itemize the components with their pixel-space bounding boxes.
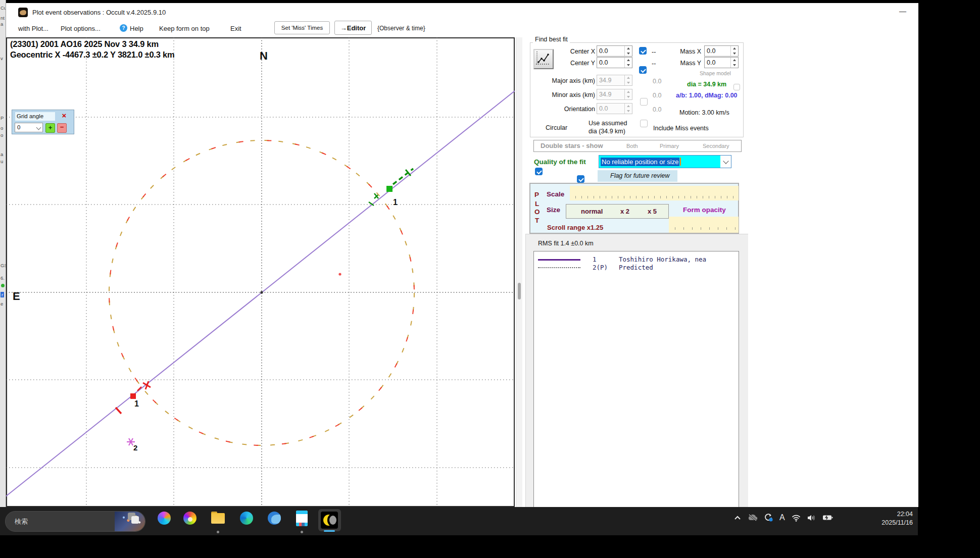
occult-app-button[interactable]	[318, 509, 341, 531]
text-cursor	[680, 158, 681, 166]
copilot-button[interactable]	[158, 512, 171, 525]
onedrive-paused-icon[interactable]	[748, 514, 758, 522]
folder-icon	[211, 513, 225, 524]
spin-up-icon[interactable]	[625, 58, 632, 63]
file-explorer-button[interactable]	[211, 512, 225, 524]
orientation-spinner[interactable]: 0.0	[597, 103, 632, 114]
find-best-fit-title: Find best fit	[533, 36, 570, 43]
spin-down-icon	[625, 94, 632, 99]
plot-header-line1: (23301) 2001 AO16 2025 Nov 3 34.9 km	[10, 39, 159, 49]
mass-x-label: Mass X	[675, 48, 701, 55]
ime-indicator[interactable]: A	[779, 513, 785, 522]
sync-icon[interactable]	[764, 514, 773, 522]
circular-checkbox[interactable]	[535, 168, 543, 175]
minor-axis-checkbox[interactable]	[640, 120, 648, 127]
speaker-icon[interactable]	[807, 514, 816, 522]
editor-button[interactable]: →Editor	[334, 21, 372, 35]
quality-combobox[interactable]: No reliable position or size	[599, 155, 731, 168]
red-event-marks: 1	[116, 381, 151, 414]
use-assumed-checkbox[interactable]	[577, 175, 584, 183]
minor-axis-spinner[interactable]: 34.9	[597, 89, 632, 100]
tray-chevron-up-icon[interactable]	[733, 515, 742, 521]
strip-fragment: nt	[1, 15, 5, 21]
help-icon[interactable]: ?	[120, 24, 127, 32]
active-app-indicator	[324, 530, 335, 532]
predicted-star-label: 2	[133, 443, 137, 452]
combo-dropdown-button[interactable]	[720, 156, 731, 168]
grid-angle-window[interactable]: Grid angle × 0 + −	[12, 110, 74, 134]
strip-fragment: o	[1, 125, 3, 131]
chord-line	[6, 91, 515, 501]
menu-exit[interactable]: Exit	[230, 25, 241, 32]
flag-review-label: Flag for future review	[610, 172, 669, 179]
menu-help[interactable]: Help	[130, 25, 143, 32]
major-axis-checkbox[interactable]	[640, 98, 648, 106]
menu-keep-form-on-top[interactable]: Keep form on top	[159, 25, 210, 32]
include-miss-label: Include Miss events	[653, 125, 709, 132]
grid-angle-minus-button[interactable]: −	[57, 123, 67, 133]
spin-down-icon[interactable]	[625, 51, 632, 56]
shape-model-checkbox[interactable]	[733, 84, 740, 90]
observations-legend-list[interactable]: 1 Toshihiro Horikawa, nea 2(P) Predicted	[533, 251, 739, 507]
center-x-label: Center X	[561, 48, 595, 55]
ab-dmag-text: a/b: 1.00, dMag: 0.00	[676, 92, 738, 99]
observer-time-label: {Observer & time}	[377, 25, 425, 32]
set-miss-times-button[interactable]: Set 'Miss' Times	[274, 21, 330, 34]
major-axis-spinner[interactable]: 34.9	[597, 75, 632, 86]
taskbar-search-box[interactable]: 検索	[5, 511, 145, 532]
battery-charging-icon[interactable]	[822, 514, 834, 521]
scrollbar-thumb[interactable]	[518, 283, 521, 299]
center-x-checkbox[interactable]	[639, 47, 647, 55]
motion-text: Motion: 3.00 km/s	[679, 109, 729, 116]
center-x-spinner[interactable]: 0.0	[597, 45, 632, 57]
center-y-spinner[interactable]: 0.0	[597, 57, 632, 68]
strip-green-dot	[1, 284, 5, 287]
circular-label: Circular	[546, 124, 567, 131]
size-x2-label: x 2	[620, 208, 629, 215]
plot-vertical-scrollbar[interactable]	[516, 37, 522, 507]
menu-plot-options[interactable]: Plot options...	[61, 25, 101, 32]
green-event-marks: 1	[369, 169, 413, 207]
spin-down-icon[interactable]	[625, 63, 632, 68]
screen: Cu nt a v P o o a u GS 6. r e Plot event…	[0, 0, 980, 558]
search-placeholder: 検索	[15, 517, 28, 526]
menu-with-plot[interactable]: with Plot...	[18, 25, 48, 32]
spin-down-icon[interactable]	[731, 51, 738, 56]
major-axis-value: 34.9	[597, 75, 624, 85]
mass-y-spinner[interactable]: 0.0	[704, 57, 739, 68]
spin-up-icon[interactable]	[731, 58, 738, 63]
mass-x-spinner[interactable]: 0.0	[704, 45, 739, 57]
spin-up-icon[interactable]	[731, 46, 738, 51]
chevron-down-icon	[36, 125, 41, 130]
find-best-fit-button[interactable]	[533, 49, 554, 69]
orientation-label: Orientation	[545, 106, 595, 113]
strip-fragment: o	[1, 132, 3, 138]
minor-axis-value: 34.9	[597, 89, 624, 99]
chevron-down-icon	[723, 158, 728, 164]
iota-vti-icon	[296, 511, 308, 526]
opacity-slider-ticks	[675, 227, 736, 230]
close-icon[interactable]: ×	[59, 112, 70, 120]
dia-text: dia = 34.9 km	[687, 81, 726, 88]
center-y-checkbox[interactable]	[639, 66, 647, 74]
thunderbird-icon	[268, 512, 281, 525]
spin-up-icon[interactable]	[625, 46, 632, 51]
edge-button[interactable]	[240, 512, 253, 525]
minimize-button[interactable]: —	[895, 7, 910, 15]
task-view-button[interactable]	[127, 512, 140, 525]
taskbar-clock[interactable]: 22:04 2025/11/16	[865, 510, 913, 527]
mass-x-value: 0.0	[705, 46, 730, 56]
mass-y-value: 0.0	[705, 58, 730, 68]
iota-vti-button[interactable]	[296, 511, 308, 526]
strip-fragment: r	[1, 292, 4, 297]
spin-down-icon	[625, 109, 632, 114]
wifi-icon[interactable]	[791, 514, 801, 522]
thunderbird-button[interactable]	[268, 512, 281, 525]
scroll-range-label: Scroll range x1.25	[547, 224, 603, 231]
grid-angle-plus-button[interactable]: +	[45, 123, 55, 133]
strip-fragment: P	[1, 115, 4, 121]
spin-down-icon[interactable]	[731, 63, 738, 68]
quality-selected-value: No reliable position or size	[601, 158, 679, 166]
paint-button[interactable]	[183, 512, 197, 525]
grid-angle-select[interactable]: 0	[15, 123, 43, 132]
